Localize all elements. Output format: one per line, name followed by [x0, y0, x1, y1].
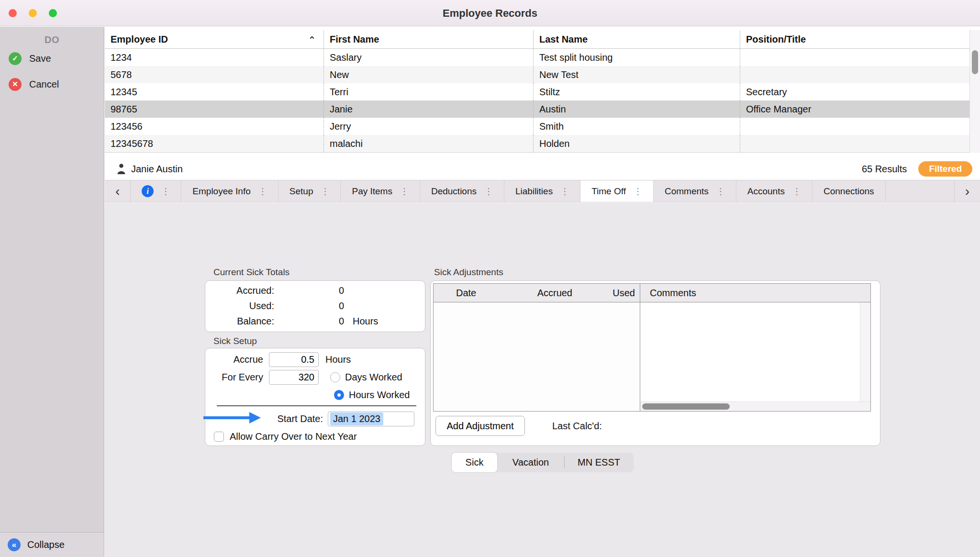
tab-options-dots-icon[interactable]: ⋮ — [792, 186, 801, 197]
tab-options-dots-icon[interactable]: ⋮ — [634, 186, 642, 197]
add-adjustment-button[interactable]: Add Adjustment — [435, 416, 525, 436]
employee-row[interactable]: 12345 Terri Stiltz Secretary — [105, 83, 969, 100]
adjustments-column-comments[interactable]: Comments — [640, 284, 870, 302]
sidebar: DO ✓ Save ✕ Cancel « Collapse — [0, 27, 104, 557]
employee-row[interactable]: 12345678 malachi Holden — [105, 135, 969, 152]
tab-options-dots-icon[interactable]: ⋮ — [321, 186, 329, 197]
employee-row[interactable]: 123456 Jerry Smith — [105, 118, 969, 135]
close-window-button[interactable] — [9, 9, 17, 17]
cancel-x-icon: ✕ — [9, 78, 22, 91]
tab-accounts[interactable]: Accounts ⋮ — [736, 180, 813, 202]
cell-position — [740, 66, 969, 83]
tab-pay-items[interactable]: Pay Items ⋮ — [341, 180, 420, 202]
start-date-label: Start Date: — [209, 413, 323, 424]
tab-deductions[interactable]: Deductions ⋮ — [420, 180, 504, 202]
column-header-label: Employee ID — [111, 34, 168, 45]
tab-time-off[interactable]: Time Off ⋮ — [580, 180, 654, 202]
adjustments-column-date[interactable]: Date — [434, 284, 512, 302]
tab-label: Connections — [824, 186, 874, 197]
cell-employee-id: 123456 — [105, 118, 323, 135]
tab-comments[interactable]: Comments ⋮ — [654, 180, 736, 202]
subtab-vacation[interactable]: Vacation — [497, 453, 564, 472]
tab-label: Liabilities — [515, 186, 553, 197]
for-every-row: For Every Days Worked — [209, 368, 421, 386]
employee-row[interactable]: 1234 Saslary Test split housing — [105, 49, 969, 66]
tab-options-dots-icon[interactable]: ⋮ — [161, 186, 170, 197]
accrue-row: Accrue Hours — [209, 351, 421, 368]
record-tab-bar: ‹ i ⋮ Employee Info ⋮ Setup ⋮ Pay Items … — [105, 180, 980, 202]
carry-over-checkbox[interactable] — [214, 432, 224, 442]
tab-options-dots-icon[interactable]: ⋮ — [484, 186, 493, 197]
radio-days-worked[interactable] — [330, 372, 340, 382]
tab-connections[interactable]: Connections — [813, 180, 886, 202]
table-vertical-scrollbar[interactable] — [969, 30, 980, 153]
collapse-button[interactable]: « Collapse — [0, 532, 104, 557]
sick-setup-box: Accrue Hours For Every Days Worked Hours… — [205, 348, 425, 446]
accrued-label: Accrued: — [209, 285, 274, 296]
radio-hours-worked[interactable] — [334, 390, 344, 400]
collapse-label: Collapse — [27, 539, 65, 550]
minimize-window-button[interactable] — [29, 9, 37, 17]
filtered-badge-button[interactable]: Filtered — [918, 161, 972, 177]
comments-scrollbar-thumb[interactable] — [642, 403, 730, 410]
tab-label: Comments — [665, 186, 709, 197]
accrue-hours-input[interactable] — [269, 352, 319, 367]
traffic-lights — [9, 9, 57, 17]
adjustments-column-accrued[interactable]: Accrued — [512, 284, 577, 302]
subtab-sick[interactable]: Sick — [452, 453, 497, 472]
tabs-scroll-right-button[interactable]: › — [954, 180, 980, 202]
cell-position — [740, 135, 969, 152]
save-button[interactable]: ✓ Save — [0, 45, 104, 71]
totals-row-balance: Balance: 0 Hours — [209, 313, 421, 329]
carry-over-label: Allow Carry Over to Next Year — [230, 431, 357, 442]
subtab-mn-esst[interactable]: MN ESST — [565, 453, 633, 472]
column-header-first-name[interactable]: First Name — [323, 30, 533, 48]
zoom-window-button[interactable] — [49, 9, 57, 17]
adjustments-column-used[interactable]: Used — [577, 284, 640, 302]
cell-last-name: Austin — [533, 100, 740, 118]
tab-options-dots-icon[interactable]: ⋮ — [258, 186, 267, 197]
comments-vertical-scrollbar[interactable] — [860, 302, 870, 401]
table-scrollbar-thumb[interactable] — [972, 50, 978, 74]
employee-row-selected[interactable]: 98765 Janie Austin Office Manager — [105, 100, 969, 118]
tab-setup[interactable]: Setup ⋮ — [278, 180, 341, 202]
cell-position — [740, 49, 969, 66]
selected-employee-name: Janie Austin — [131, 164, 183, 175]
tab-options-dots-icon[interactable]: ⋮ — [400, 186, 409, 197]
tabs-scroll-left-button[interactable]: ‹ — [105, 180, 131, 202]
column-header-position-title[interactable]: Position/Title — [740, 30, 969, 48]
tab-options-dots-icon[interactable]: ⋮ — [716, 186, 725, 197]
cancel-label: Cancel — [29, 79, 59, 90]
save-label: Save — [29, 53, 51, 64]
for-every-input[interactable] — [269, 370, 319, 385]
collapse-chevrons-icon: « — [8, 538, 21, 551]
used-value: 0 — [274, 301, 344, 312]
cell-last-name: Smith — [533, 118, 740, 135]
column-header-last-name[interactable]: Last Name — [533, 30, 740, 48]
cell-last-name: New Test — [533, 66, 740, 83]
results-count: 65 Results — [862, 164, 907, 175]
start-date-input[interactable]: Jan 1 2023 — [328, 412, 414, 426]
tab-employee-info[interactable]: Employee Info ⋮ — [181, 180, 278, 202]
employee-records-window: Employee Records DO ✓ Save ✕ Cancel « Co… — [0, 0, 980, 557]
tab-liabilities[interactable]: Liabilities ⋮ — [504, 180, 580, 202]
days-worked-label: Days Worked — [345, 372, 402, 383]
start-date-row: Start Date: Jan 1 2023 — [209, 410, 421, 428]
tab-info[interactable]: i ⋮ — [131, 180, 181, 202]
column-header-employee-id[interactable]: Employee ID ⌃ — [105, 30, 323, 48]
cancel-button[interactable]: ✕ Cancel — [0, 71, 104, 97]
tab-label: Setup — [290, 186, 313, 197]
time-off-panel: Current Sick Totals Accrued: 0 Used: 0 B… — [105, 203, 980, 557]
used-label: Used: — [209, 301, 274, 312]
cell-position: Secretary — [740, 83, 969, 100]
employee-person-icon — [116, 163, 126, 175]
last-calcd-label: Last Calc'd: — [552, 416, 602, 436]
employee-row[interactable]: 5678 New New Test — [105, 66, 969, 83]
tab-label: Employee Info — [192, 186, 250, 197]
cell-first-name: malachi — [323, 135, 533, 152]
tab-options-dots-icon[interactable]: ⋮ — [560, 186, 569, 197]
comments-horizontal-scrollbar[interactable] — [640, 401, 870, 411]
cell-first-name: New — [323, 66, 533, 83]
cell-first-name: Jerry — [323, 118, 533, 135]
sick-adjustments-title: Sick Adjustments — [434, 267, 503, 278]
